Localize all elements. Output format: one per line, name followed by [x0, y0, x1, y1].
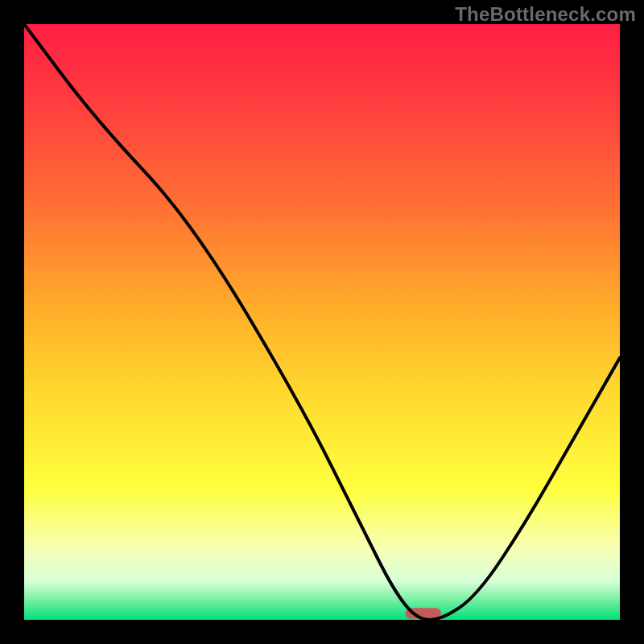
bottleneck-chart: [24, 24, 620, 620]
watermark-text: TheBottleneck.com: [455, 3, 636, 26]
gradient-background: [24, 24, 620, 620]
chart-frame: TheBottleneck.com: [0, 0, 644, 644]
